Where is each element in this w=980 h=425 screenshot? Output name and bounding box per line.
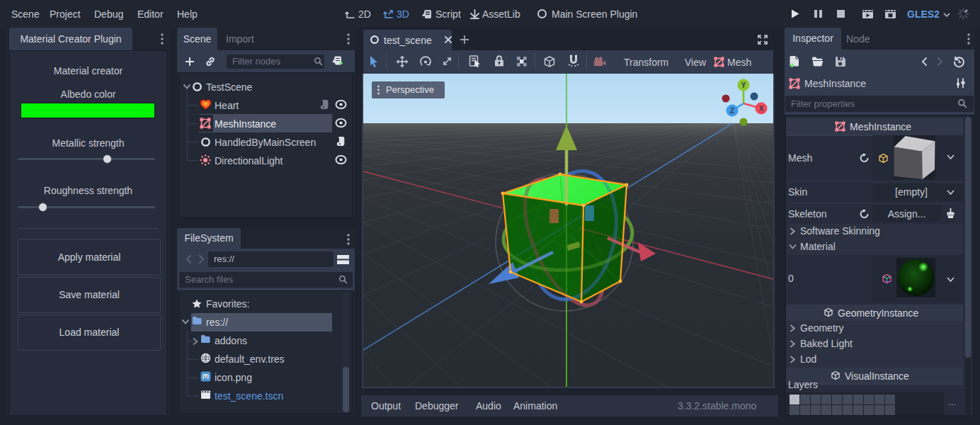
- svg-text:Y: Y: [741, 81, 746, 89]
- svg-text:X: X: [759, 105, 764, 113]
- svg-text:Z: Z: [730, 107, 734, 115]
